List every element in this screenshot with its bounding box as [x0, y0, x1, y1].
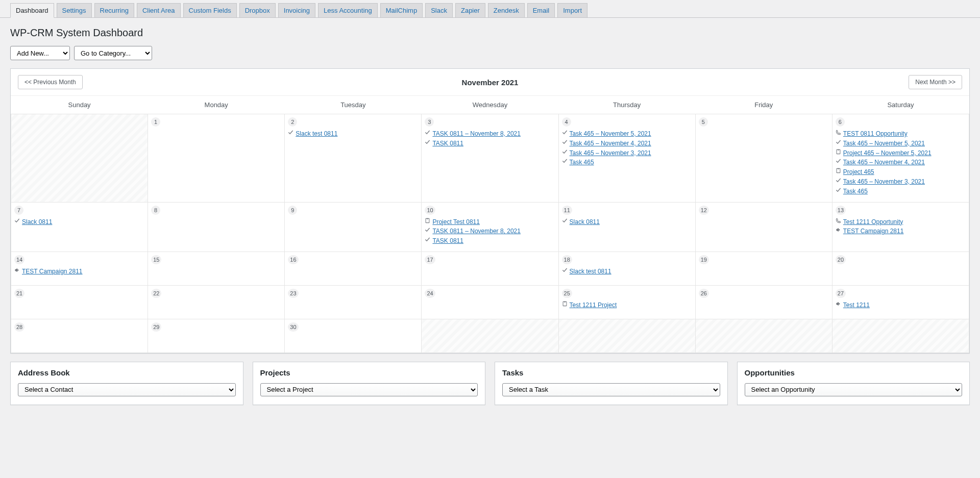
projects-select[interactable]: Select a Project: [260, 383, 478, 396]
event-link[interactable]: Project Test 0811: [432, 218, 480, 227]
calendar-event: Slack 0811: [562, 218, 692, 227]
calendar-event: Project 465: [836, 168, 966, 177]
address-book-select[interactable]: Select a Contact: [18, 383, 236, 396]
calendar-cell: [832, 319, 969, 353]
calendar-cell: 8: [148, 202, 285, 251]
megaphone-icon: [836, 227, 841, 233]
tab-mailchimp[interactable]: MailChimp: [380, 3, 423, 17]
svg-rect-5: [427, 218, 429, 219]
calendar-cell: 4Task 465 – November 5, 2021Task 465 – N…: [558, 114, 695, 203]
day-header: Saturday: [832, 96, 969, 114]
event-link[interactable]: TEST Campaign 2811: [22, 267, 83, 276]
tab-custom-fields[interactable]: Custom Fields: [183, 3, 237, 17]
event-link[interactable]: Task 465 – November 4, 2021: [570, 139, 651, 148]
next-month-button[interactable]: Next Month >>: [909, 75, 962, 89]
controls-row: Add New... Go to Category...: [10, 46, 970, 60]
tab-zendesk[interactable]: Zendesk: [488, 3, 525, 17]
event-link[interactable]: TEST 0811 Opportunity: [843, 130, 908, 138]
tab-email[interactable]: Email: [527, 3, 555, 17]
calendar-cell: 29: [148, 319, 285, 353]
event-link[interactable]: TASK 0811: [432, 139, 463, 148]
projects-title: Projects: [260, 368, 478, 377]
megaphone-icon: [836, 301, 841, 307]
event-link[interactable]: Task 465 – November 5, 2021: [843, 139, 925, 148]
svg-rect-7: [17, 269, 18, 271]
day-number: 18: [562, 255, 572, 264]
calendar-event: Test 1211 Opportunity: [836, 218, 966, 227]
event-link[interactable]: Task 465: [843, 187, 868, 196]
go-to-category-select[interactable]: Go to Category...: [74, 46, 152, 60]
event-link[interactable]: Test 1211 Project: [570, 301, 617, 310]
opportunities-select[interactable]: Select an Opportunity: [745, 383, 963, 396]
calendar-panel: << Previous Month November 2021 Next Mon…: [10, 68, 970, 354]
event-link[interactable]: Test 1211 Opportunity: [843, 218, 903, 227]
event-link[interactable]: Test 1211: [843, 301, 870, 310]
event-link[interactable]: Project 465: [843, 168, 874, 177]
day-number: 16: [288, 255, 298, 264]
day-number: 3: [425, 117, 434, 127]
calendar-cell: 10Project Test 0811TASK 0811 – November …: [422, 202, 558, 251]
day-number: 17: [425, 255, 435, 264]
event-link[interactable]: TASK 0811 – November 8, 2021: [432, 130, 521, 138]
event-link[interactable]: TEST Campaign 2811: [843, 227, 904, 236]
tab-settings[interactable]: Settings: [57, 3, 92, 17]
day-number: 29: [151, 322, 161, 332]
day-number: 13: [836, 206, 846, 215]
event-link[interactable]: Project 465 – November 5, 2021: [843, 149, 932, 158]
tab-dashboard[interactable]: Dashboard: [10, 3, 54, 18]
event-link[interactable]: Slack 0811: [570, 218, 600, 227]
calendar-event: TASK 0811: [425, 237, 555, 245]
day-number: 26: [699, 289, 709, 298]
svg-rect-6: [839, 230, 840, 231]
tab-recurring[interactable]: Recurring: [94, 3, 134, 17]
check-icon: [425, 130, 430, 135]
tab-dropbox[interactable]: Dropbox: [239, 3, 276, 17]
prev-month-button[interactable]: << Previous Month: [18, 75, 83, 89]
event-link[interactable]: Slack test 0811: [296, 130, 337, 138]
calendar-cell: 28: [11, 319, 148, 353]
calendar-cell: 22: [148, 285, 285, 319]
tab-less-accounting[interactable]: Less Accounting: [318, 3, 378, 17]
event-link[interactable]: Slack 0811: [22, 218, 52, 227]
event-link[interactable]: Task 465 – November 3, 2021: [843, 178, 925, 186]
calendar-event: Task 465: [562, 158, 692, 167]
calendar-cell: 6TEST 0811 OpportunityTask 465 – Novembe…: [832, 114, 969, 203]
event-link[interactable]: Slack test 0811: [570, 267, 611, 276]
tab-slack[interactable]: Slack: [425, 3, 453, 17]
event-link[interactable]: Task 465 – November 4, 2021: [843, 158, 925, 167]
calendar-cell: 20: [832, 251, 969, 285]
calendar-cell: [422, 319, 558, 353]
tab-client-area[interactable]: Client Area: [137, 3, 181, 17]
event-link[interactable]: Task 465 – November 5, 2021: [570, 130, 651, 138]
tasks-select[interactable]: Select a Task: [502, 383, 720, 396]
tab-invoicing[interactable]: Invoicing: [278, 3, 315, 17]
event-link[interactable]: TASK 0811: [432, 237, 463, 245]
calendar-event: Test 1211 Project: [562, 301, 692, 310]
day-number: 14: [14, 255, 24, 264]
calendar-cell: 24: [422, 285, 558, 319]
calendar-cell: 16: [285, 251, 422, 285]
calendar-cell: 12: [695, 202, 832, 251]
tab-import[interactable]: Import: [557, 3, 587, 17]
calendar-cell: 21: [11, 285, 148, 319]
tab-zapier[interactable]: Zapier: [455, 3, 485, 17]
check-icon: [288, 130, 293, 135]
calendar-event: TEST Campaign 2811: [14, 267, 144, 276]
day-number: 8: [151, 206, 160, 215]
add-new-select[interactable]: Add New...: [10, 46, 70, 60]
calendar-cell: 17: [422, 251, 558, 285]
svg-rect-9: [564, 301, 566, 303]
calendar-cell: 25Test 1211 Project: [558, 285, 695, 319]
day-number: 19: [699, 255, 709, 264]
event-link[interactable]: Task 465 – November 3, 2021: [570, 149, 651, 158]
calendar-event: Task 465 – November 4, 2021: [562, 139, 692, 148]
check-icon: [836, 187, 841, 193]
address-book-box: Address Book Select a Contact: [10, 362, 243, 405]
calendar-event: Task 465 – November 3, 2021: [836, 178, 966, 186]
svg-rect-1: [838, 149, 839, 150]
check-icon: [836, 178, 841, 183]
day-number: 11: [562, 206, 572, 215]
event-link[interactable]: TASK 0811 – November 8, 2021: [432, 227, 521, 236]
event-link[interactable]: Task 465: [570, 158, 594, 167]
calendar-cell: 9: [285, 202, 422, 251]
